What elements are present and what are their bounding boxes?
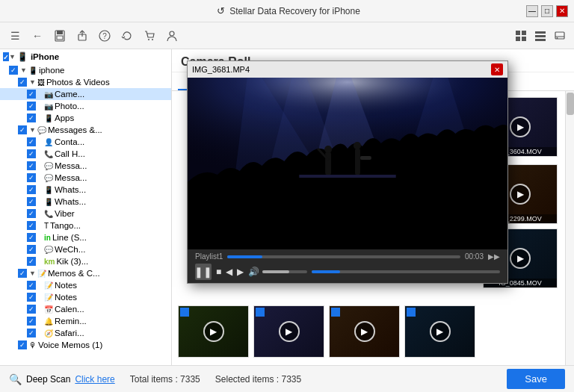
contacts-checkbox[interactable] xyxy=(27,137,36,146)
sidebar-item-contacts[interactable]: 👤 Conta... xyxy=(0,136,171,148)
click-here-link[interactable]: Click here xyxy=(75,374,114,385)
messages-group-checkbox[interactable] xyxy=(18,125,27,134)
svg-text:?: ? xyxy=(102,32,107,40)
refresh-icon[interactable] xyxy=(118,27,136,45)
next-frame-button[interactable]: ▶ xyxy=(237,267,244,277)
rem-checkbox[interactable] xyxy=(27,317,36,326)
maximize-button[interactable]: □ xyxy=(541,5,553,17)
notes-checkbox[interactable] xyxy=(27,281,36,290)
next-chapter-button[interactable]: ▶▶ xyxy=(488,252,500,261)
sidebar-item-notes2[interactable]: 📝 Notes xyxy=(0,291,171,303)
play-icon-2299[interactable]: ▶ xyxy=(510,184,531,205)
seek-track[interactable] xyxy=(312,270,500,273)
selected-items: Selected items : 7335 xyxy=(215,374,301,385)
item-check-b4[interactable] xyxy=(407,308,416,317)
window-title: ↺ Stellar Data Recovery for iPhone xyxy=(51,5,526,16)
msg-checkbox[interactable] xyxy=(27,161,36,170)
gallery-item-bottom-1[interactable]: ▶ xyxy=(178,305,249,358)
help-icon[interactable]: ? xyxy=(96,27,114,45)
sidebar-item-notes[interactable]: 📝 Notes xyxy=(0,279,171,291)
save-icon[interactable] xyxy=(51,27,69,45)
vertical-scrollbar[interactable] xyxy=(565,91,574,365)
sidebar-root-iphone[interactable]: ▼ 📱 iPhone xyxy=(0,49,171,64)
sidebar-item-reminders[interactable]: 🔔 Remin... xyxy=(0,315,171,327)
sidebar-item-voice-memos[interactable]: 🎙 Voice Memos (1) xyxy=(0,339,171,351)
svg-rect-12 xyxy=(522,37,526,41)
menu-button[interactable]: ☰ xyxy=(6,27,24,45)
sidebar-item-line[interactable]: in Line (S... xyxy=(0,231,171,243)
cal-checkbox[interactable] xyxy=(27,305,36,314)
item-check-b2[interactable] xyxy=(256,308,265,317)
drive-view-button[interactable] xyxy=(552,28,568,44)
gallery-item-bottom-3[interactable]: ▶ xyxy=(329,305,400,358)
item-check-b3[interactable] xyxy=(331,308,340,317)
close-button[interactable]: ✕ xyxy=(556,5,568,17)
volume-track[interactable] xyxy=(262,270,307,273)
sidebar-item-apps[interactable]: 📱 Apps xyxy=(0,112,171,124)
play-icon-b2[interactable]: ▶ xyxy=(279,321,300,342)
list-view-button[interactable] xyxy=(532,28,549,44)
grid-view-button[interactable] xyxy=(513,28,529,44)
notes2-checkbox[interactable] xyxy=(27,293,36,302)
modal-close-button[interactable]: ✕ xyxy=(491,63,503,75)
msg2-checkbox[interactable] xyxy=(27,173,36,182)
sidebar-item-messages2[interactable]: 💬 Messa... xyxy=(0,172,171,184)
gallery-item-bottom-2[interactable]: ▶ xyxy=(253,305,324,358)
svg-rect-9 xyxy=(516,31,520,35)
toolbar: ☰ ← ? xyxy=(0,22,574,49)
safari-checkbox[interactable] xyxy=(27,329,36,337)
sidebar-item-wechat[interactable]: 💬 WeCh... xyxy=(0,243,171,255)
sidebar-item-call-history[interactable]: 📞 Call H... xyxy=(0,148,171,160)
iphone-checkbox[interactable] xyxy=(9,66,18,75)
play-icon-0845[interactable]: ▶ xyxy=(510,248,531,269)
sidebar-item-tango[interactable]: T Tango... xyxy=(0,220,171,231)
sidebar-item-whatsapp2[interactable]: 📱 Whats... xyxy=(0,196,171,208)
progress-track[interactable] xyxy=(227,255,460,258)
stop-button[interactable]: ■ xyxy=(216,267,221,277)
window-controls[interactable]: — □ ✕ xyxy=(526,5,568,17)
sidebar-item-calendar[interactable]: 📅 Calen... xyxy=(0,303,171,315)
play-icon-b4[interactable]: ▶ xyxy=(430,321,451,342)
cart-icon[interactable] xyxy=(141,27,158,45)
play-icon-b3[interactable]: ▶ xyxy=(354,321,375,342)
sidebar-item-photos-videos[interactable]: ▼ 🖼 Photos & Videos xyxy=(0,76,171,88)
sidebar-item-photo-library[interactable]: 📷 Photo... xyxy=(0,100,171,112)
camera-roll-checkbox[interactable] xyxy=(27,90,36,99)
play-icon-b1[interactable]: ▶ xyxy=(203,321,224,342)
sidebar-item-camera-roll[interactable]: 📷 Came... xyxy=(0,88,171,100)
playlist-label: Playlist1 xyxy=(195,252,223,261)
photos-checkbox[interactable] xyxy=(18,78,27,87)
deep-scan-label: Deep Scan xyxy=(26,374,70,385)
item-check-b1[interactable] xyxy=(180,308,189,317)
back-button[interactable]: ← xyxy=(28,27,46,45)
root-checkbox[interactable] xyxy=(3,52,9,61)
play-icon-3604[interactable]: ▶ xyxy=(510,116,531,137)
gallery-item-bottom-4[interactable]: ▶ xyxy=(404,305,475,358)
save-button[interactable]: Save xyxy=(507,369,565,389)
prev-frame-button[interactable]: ◀ xyxy=(226,267,232,277)
photo-lib-checkbox[interactable] xyxy=(27,102,36,111)
sidebar-item-safari[interactable]: 🧭 Safari... xyxy=(0,327,171,339)
sidebar-item-messages-group[interactable]: ▼ 💬 Messages &... xyxy=(0,124,171,136)
call-hist-checkbox[interactable] xyxy=(27,149,36,158)
memos-group-checkbox[interactable] xyxy=(18,269,27,278)
share-icon[interactable] xyxy=(73,27,91,45)
wechat-checkbox[interactable] xyxy=(27,245,36,254)
account-icon[interactable] xyxy=(163,27,181,45)
wa-checkbox[interactable] xyxy=(27,185,36,194)
tango-checkbox[interactable] xyxy=(27,221,36,230)
sidebar-item-kik[interactable]: km Kik (3)... xyxy=(0,255,171,267)
sidebar-item-messages[interactable]: 💬 Messa... xyxy=(0,160,171,172)
wa2-checkbox[interactable] xyxy=(27,197,36,206)
viber-checkbox[interactable] xyxy=(27,209,36,218)
line-checkbox[interactable] xyxy=(27,233,36,242)
voice-checkbox[interactable] xyxy=(18,340,27,349)
minimize-button[interactable]: — xyxy=(526,5,538,17)
sidebar-item-memos-group[interactable]: ▼ 📝 Memos & C... xyxy=(0,267,171,279)
pause-button[interactable]: ❚❚ xyxy=(195,264,212,280)
sidebar-item-whatsapp[interactable]: 📱 Whats... xyxy=(0,184,171,196)
sidebar-item-viber[interactable]: 📞 Viber xyxy=(0,208,171,220)
kik-checkbox[interactable] xyxy=(27,257,36,266)
apps-checkbox[interactable] xyxy=(27,113,36,122)
sidebar-item-iphone[interactable]: ▼ 📱 iphone xyxy=(0,64,171,76)
